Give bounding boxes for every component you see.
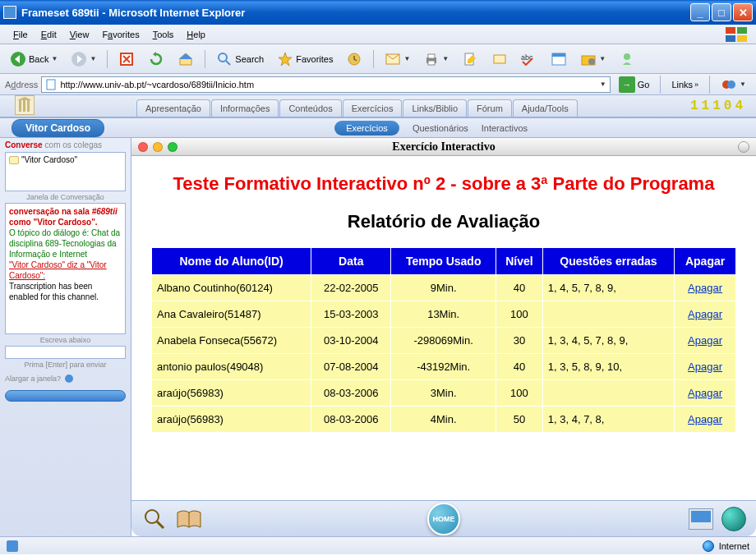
cell-data: 03-10-2004 (311, 327, 391, 353)
user-list-box[interactable]: "Vitor Cardoso" (5, 152, 126, 191)
maximize-button[interactable]: □ (712, 3, 731, 21)
svg-rect-14 (494, 55, 505, 63)
chevron-down-icon[interactable]: ▼ (600, 80, 606, 88)
speech-bubble-icon (9, 156, 19, 164)
evaluation-table: Nome do Aluno(ID) Data Tempo Usado Nível… (151, 247, 736, 433)
print-icon (423, 51, 440, 67)
col-questoes: Questões erradas (542, 247, 674, 274)
chat-input[interactable] (5, 346, 126, 359)
tool-button-2[interactable]: ▼ (575, 48, 611, 71)
apagar-link[interactable]: Apagar (688, 361, 722, 373)
page-icon (45, 79, 57, 90)
stop-button[interactable] (113, 48, 140, 71)
sub-navigation: Vitor Cardoso Exercícios Questionários I… (0, 118, 756, 138)
research-button[interactable]: abc (516, 48, 542, 71)
go-button[interactable]: → Go (614, 73, 655, 96)
teal-orb-icon[interactable] (721, 507, 746, 531)
chevron-down-icon: ▼ (51, 55, 58, 62)
home-button[interactable] (173, 48, 199, 71)
site-bottom-toolbar: HOME (131, 500, 756, 536)
extension-button[interactable]: ▼ (716, 73, 751, 96)
back-button[interactable]: Back ▼ (5, 48, 62, 71)
tab-apresentacao[interactable]: Apresentação (136, 99, 210, 117)
mac-handle-icon[interactable] (738, 141, 749, 153)
page-content: Apresentação Informações Conteúdos Exerc… (0, 95, 756, 536)
apagar-link[interactable]: Apagar (688, 308, 722, 320)
refresh-button[interactable] (143, 48, 169, 71)
svg-point-27 (65, 374, 73, 383)
history-icon (346, 51, 362, 67)
search-icon (216, 51, 233, 67)
messenger-button[interactable] (614, 48, 640, 71)
sidebar-action-button[interactable] (5, 390, 126, 402)
tab-links[interactable]: Links/Biblio (403, 99, 467, 117)
svg-rect-1 (737, 27, 747, 34)
apagar-link[interactable]: Apagar (688, 413, 722, 425)
mac-zoom-button[interactable] (168, 142, 177, 152)
edit-button[interactable] (457, 48, 483, 71)
subtab-exercicios[interactable]: Exercícios (334, 121, 399, 136)
menu-help[interactable]: Help (180, 28, 212, 41)
svg-rect-0 (726, 27, 735, 34)
column-icon (15, 95, 35, 115)
url-input[interactable] (60, 80, 596, 90)
col-nivel: Nível (496, 247, 543, 274)
cell-nome: araújo(56983) (152, 406, 311, 432)
cell-tempo: 9Min. (391, 274, 496, 301)
cell-nome: Albano Coutinho(60124) (152, 274, 311, 301)
apagar-link[interactable]: Apagar (688, 282, 722, 294)
history-button[interactable] (341, 48, 367, 71)
bottom-left-icons (141, 506, 202, 532)
menu-favorites[interactable]: Favorites (95, 28, 145, 41)
mac-close-button[interactable] (138, 142, 148, 152)
tab-exercicios[interactable]: Exercícios (343, 99, 403, 117)
mail-button[interactable]: ▼ (380, 48, 415, 71)
apagar-link[interactable]: Apagar (688, 334, 722, 347)
forward-icon (71, 51, 87, 67)
document-area[interactable]: Teste Formativo Interactivo nº 2 - sobre… (131, 156, 756, 500)
cell-nome: Anabela Fonseca(55672) (152, 327, 311, 353)
subtab-questionarios[interactable]: Questionários (413, 123, 468, 133)
menu-edit[interactable]: Edit (35, 28, 63, 41)
subtab-interactivos[interactable]: Interactivos (482, 123, 528, 133)
col-nome: Nome do Aluno(ID) (152, 247, 311, 274)
site-logo[interactable] (8, 94, 41, 117)
home-orb-button[interactable]: HOME (427, 503, 460, 535)
table-header-row: Nome do Aluno(ID) Data Tempo Usado Nível… (152, 247, 736, 274)
tab-informacoes[interactable]: Informações (211, 99, 279, 117)
links-button[interactable]: Links » (666, 80, 703, 90)
tab-forum[interactable]: Fórum (468, 99, 512, 117)
svg-point-23 (727, 80, 735, 89)
mac-minimize-button[interactable] (153, 142, 163, 152)
close-button[interactable]: ✕ (733, 3, 753, 21)
computer-icon[interactable] (689, 508, 713, 530)
forward-button[interactable]: ▼ (66, 48, 101, 71)
folder-gear-icon (580, 51, 597, 67)
search-button[interactable]: Search (211, 48, 269, 71)
user-item[interactable]: "Vitor Cardoso" (9, 155, 122, 164)
escreva-label: Escreva abaixo (0, 334, 131, 346)
stop-icon (118, 51, 135, 67)
chevron-down-icon: ▼ (599, 55, 606, 62)
menu-view[interactable]: View (63, 28, 96, 41)
magnifier-icon[interactable] (141, 506, 168, 532)
user-badge[interactable]: Vitor Cardoso (12, 119, 104, 137)
expand-icon[interactable] (64, 374, 74, 384)
favorites-button[interactable]: Favorites (272, 48, 338, 71)
table-row: antonio paulos(49048)07-08-2004-43192Min… (152, 353, 736, 379)
tool-button-1[interactable] (546, 48, 572, 71)
print-button[interactable]: ▼ (418, 48, 454, 71)
tab-ajuda[interactable]: Ajuda/Tools (513, 99, 578, 117)
apagar-link[interactable]: Apagar (688, 387, 722, 399)
menu-tools[interactable]: Tools (146, 28, 181, 41)
minimize-button[interactable]: _ (690, 3, 710, 21)
discuss-button[interactable] (486, 48, 513, 71)
tab-conteudos[interactable]: Conteúdos (279, 99, 341, 117)
separator (373, 50, 374, 68)
cell-nivel: 100 (496, 379, 543, 406)
cell-tempo: -298069Min. (391, 327, 496, 353)
discuss-icon (491, 51, 508, 67)
book-icon[interactable] (176, 506, 202, 532)
menu-file[interactable]: File (7, 28, 35, 41)
chat-log[interactable]: conversação na sala #689tii como "Vitor … (5, 203, 126, 334)
